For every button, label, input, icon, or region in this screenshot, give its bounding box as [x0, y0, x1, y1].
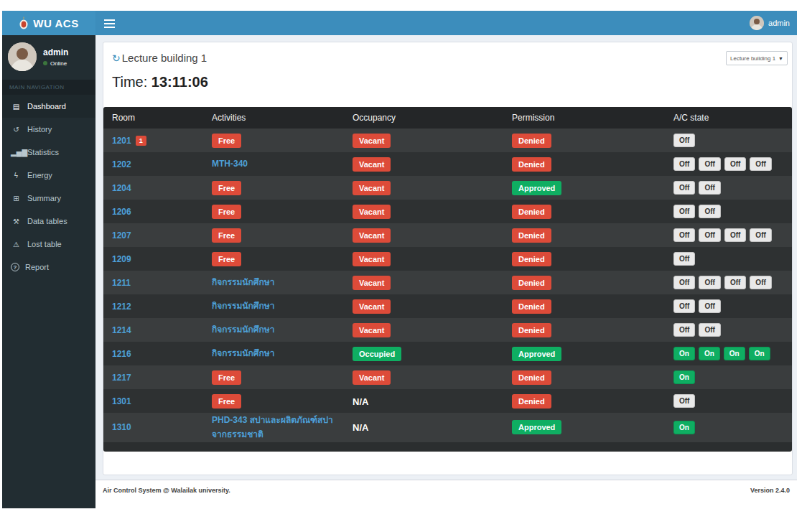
- table-row: 1212กิจกรรมนักศึกษาVacantDeniedOffOff: [103, 294, 792, 318]
- ac-state-button[interactable]: Off: [673, 323, 695, 337]
- ac-state-button[interactable]: Off: [699, 323, 720, 337]
- ac-state-button[interactable]: Off: [673, 181, 695, 195]
- permission-cell: Denied: [503, 299, 665, 314]
- room-link[interactable]: 1217: [112, 373, 131, 383]
- permission-badge[interactable]: Denied: [512, 370, 551, 385]
- ac-state-button[interactable]: On: [673, 370, 695, 384]
- room-link[interactable]: 1214: [112, 325, 131, 335]
- permission-badge[interactable]: Denied: [512, 252, 551, 266]
- table-footer-band: [103, 442, 792, 452]
- ac-state-button[interactable]: Off: [673, 252, 695, 266]
- ac-state-button[interactable]: Off: [750, 228, 771, 242]
- activity-button[interactable]: Free: [212, 205, 241, 219]
- building-select[interactable]: Lecture building 1 ▼: [726, 51, 788, 65]
- room-cell: 1214: [103, 325, 203, 335]
- room-link[interactable]: 1202: [112, 159, 131, 169]
- sidebar-toggle-icon[interactable]: [104, 17, 115, 28]
- room-cell: 1206: [103, 207, 203, 217]
- sidebar-item-statistics[interactable]: ▂▅▇Statistics: [2, 141, 95, 164]
- ac-state-button[interactable]: Off: [673, 134, 695, 147]
- ac-state-button[interactable]: On: [724, 347, 745, 360]
- refresh-icon[interactable]: ↻: [112, 52, 121, 64]
- ac-state-button[interactable]: On: [673, 421, 695, 434]
- activity-button[interactable]: Free: [212, 370, 241, 385]
- navbar-user-menu[interactable]: admin: [750, 11, 790, 35]
- ac-state-button[interactable]: Off: [699, 276, 720, 289]
- room-link[interactable]: 1206: [112, 207, 131, 217]
- application-window: WU ACS admin admin Online MAIN NAVIGATIO…: [2, 11, 797, 508]
- room-link[interactable]: 1201: [112, 136, 131, 146]
- activity-link[interactable]: กิจกรรมนักศึกษา: [212, 325, 284, 335]
- ac-state-button[interactable]: Off: [699, 181, 720, 195]
- permission-badge[interactable]: Approved: [512, 181, 561, 195]
- room-link[interactable]: 1209: [112, 254, 131, 264]
- ac-state-button[interactable]: Off: [673, 205, 695, 218]
- occupancy-cell: Vacant: [344, 323, 503, 337]
- activity-link[interactable]: MTH-340: [212, 159, 258, 169]
- room-link[interactable]: 1212: [112, 302, 131, 312]
- permission-badge[interactable]: Denied: [512, 299, 551, 314]
- activity-button[interactable]: Free: [212, 181, 241, 195]
- ac-state-button[interactable]: Off: [673, 299, 695, 313]
- ac-state-button[interactable]: Off: [699, 228, 720, 242]
- sidebar-item-data-tables[interactable]: ⚒Data tables: [2, 210, 95, 233]
- permission-badge[interactable]: Denied: [512, 323, 551, 337]
- ac-state-button[interactable]: Off: [673, 276, 695, 289]
- room-link[interactable]: 1211: [112, 278, 131, 288]
- ac-state-button[interactable]: On: [673, 347, 695, 360]
- room-link[interactable]: 1301: [112, 396, 131, 406]
- ac-state-button[interactable]: Off: [673, 228, 695, 242]
- ac-state-button[interactable]: Off: [673, 157, 695, 171]
- table-row: 12011FreeVacantDeniedOff: [103, 129, 792, 152]
- activity-button[interactable]: Free: [212, 394, 241, 409]
- permission-badge[interactable]: Denied: [512, 394, 551, 409]
- table-row: 1209FreeVacantDeniedOff: [103, 247, 792, 271]
- activity-link[interactable]: กิจกรรมนักศึกษา: [212, 348, 284, 358]
- permission-badge[interactable]: Denied: [512, 276, 551, 290]
- ac-state-button[interactable]: Off: [699, 205, 720, 218]
- ac-state-button[interactable]: On: [749, 347, 770, 360]
- room-link[interactable]: 1204: [112, 183, 131, 193]
- occupancy-cell: Occupied: [344, 347, 503, 361]
- permission-badge[interactable]: Approved: [512, 420, 561, 434]
- activity-button[interactable]: Free: [212, 252, 241, 266]
- permission-cell: Denied: [503, 134, 665, 148]
- university-crest-icon: [19, 17, 29, 29]
- ac-state-button[interactable]: Off: [750, 157, 771, 171]
- activity-link[interactable]: กิจกรรมนักศึกษา: [212, 277, 284, 287]
- activity-button[interactable]: Free: [212, 134, 241, 148]
- permission-badge[interactable]: Denied: [512, 205, 551, 219]
- sidebar-item-summary[interactable]: ⊞Summary: [2, 187, 95, 210]
- sidebar-item-energy[interactable]: ϟEnergy: [2, 164, 95, 187]
- sidebar-item-report[interactable]: ?Report: [2, 256, 95, 279]
- sidebar-item-lost-table[interactable]: ⚠Lost table: [2, 233, 95, 256]
- permission-badge[interactable]: Approved: [512, 347, 561, 361]
- activity-button[interactable]: Free: [212, 228, 241, 243]
- ac-state-button[interactable]: Off: [724, 276, 746, 289]
- activity-link[interactable]: กิจกรรมนักศึกษา: [212, 301, 284, 311]
- ac-state-button[interactable]: Off: [673, 394, 695, 408]
- room-link[interactable]: 1310: [112, 422, 131, 432]
- col-header-permission: Permission: [503, 113, 665, 123]
- activity-link[interactable]: PHD-343 สปาและผลิตภัณฑ์สปา จากธรรมชาติ: [212, 415, 333, 439]
- brand-logo[interactable]: WU ACS: [2, 11, 95, 35]
- ac-state-button[interactable]: Off: [724, 157, 746, 171]
- permission-badge[interactable]: Denied: [512, 228, 551, 243]
- sidebar-item-dashboard[interactable]: ▤Dashboard: [2, 95, 95, 118]
- summary-icon: ⊞: [11, 195, 22, 202]
- ac-state-cell: OnOnOnOn: [665, 347, 792, 360]
- permission-badge[interactable]: Denied: [512, 134, 551, 148]
- ac-state-button[interactable]: On: [699, 347, 720, 360]
- col-header-room: Room: [103, 113, 203, 123]
- sidebar-menu: ▤Dashboard↺History▂▅▇StatisticsϟEnergy⊞S…: [2, 95, 95, 279]
- ac-state-button[interactable]: Off: [724, 228, 746, 242]
- room-link[interactable]: 1207: [112, 230, 131, 241]
- ac-state-button[interactable]: Off: [699, 157, 720, 171]
- ac-state-button[interactable]: Off: [750, 276, 771, 289]
- sidebar-item-label: Summary: [27, 194, 61, 202]
- room-cell: 1301: [103, 396, 203, 406]
- permission-badge[interactable]: Denied: [512, 157, 551, 172]
- sidebar-item-history[interactable]: ↺History: [2, 118, 95, 141]
- ac-state-button[interactable]: Off: [699, 299, 720, 313]
- room-link[interactable]: 1216: [112, 349, 131, 359]
